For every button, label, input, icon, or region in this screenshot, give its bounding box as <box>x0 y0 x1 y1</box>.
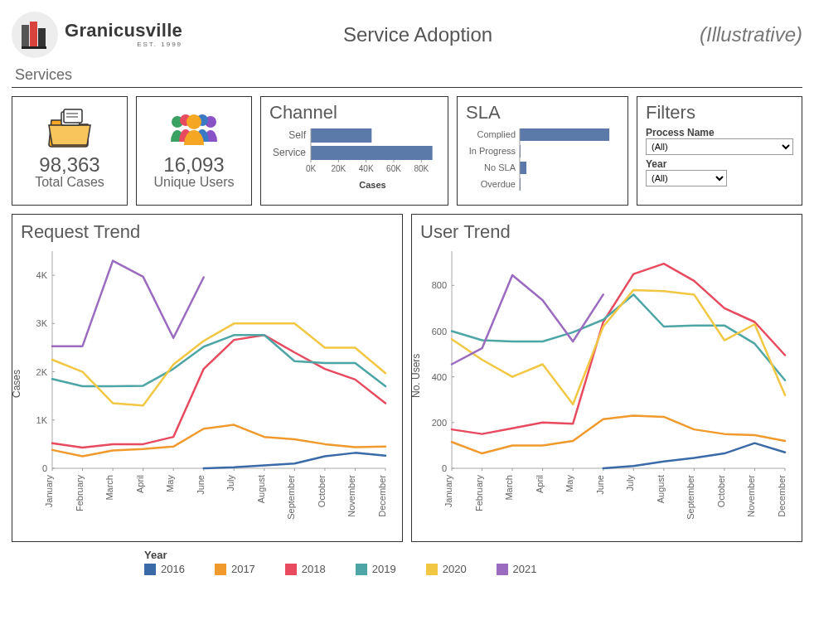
kpi-unique-users-value: 16,093 <box>145 153 243 177</box>
svg-text:November: November <box>746 475 756 517</box>
svg-rect-0 <box>22 25 29 48</box>
svg-text:July: July <box>225 475 235 491</box>
svg-text:April: April <box>535 475 545 493</box>
legend: Year 201620172018201920202021 <box>12 549 802 575</box>
svg-text:1K: 1K <box>36 415 48 425</box>
filter-year-label: Year <box>646 158 793 170</box>
legend-item-2019[interactable]: 2019 <box>356 563 396 575</box>
legend-label: 2021 <box>513 563 537 575</box>
svg-text:December: December <box>377 475 387 517</box>
illustrative-label: (Illustrative) <box>653 23 802 46</box>
legend-label: 2018 <box>302 563 326 575</box>
svg-rect-33 <box>520 162 526 174</box>
svg-rect-14 <box>311 128 371 143</box>
svg-text:December: December <box>777 475 787 517</box>
user-trend-chart[interactable]: 0200400600800JanuaryFebruaryMarchAprilMa… <box>420 243 793 533</box>
svg-text:February: February <box>474 475 484 512</box>
kpi-unique-users: 16,093 Unique Users <box>136 96 252 206</box>
svg-rect-16 <box>311 146 433 160</box>
svg-text:March: March <box>504 475 514 501</box>
svg-rect-5 <box>64 109 82 123</box>
svg-text:40K: 40K <box>359 164 374 173</box>
svg-text:200: 200 <box>432 418 447 428</box>
svg-text:June: June <box>196 475 206 495</box>
filter-year-select[interactable]: (All) <box>646 170 727 186</box>
kpi-total-cases-label: Total Cases <box>21 175 119 190</box>
svg-text:0: 0 <box>42 463 47 473</box>
user-trend-title: User Trend <box>420 221 793 243</box>
legend-swatch <box>426 564 438 575</box>
request-trend-panel: Request Trend Cases 01K2K3K4KJanuaryFebr… <box>12 214 403 542</box>
legend-swatch <box>497 564 508 575</box>
svg-text:800: 800 <box>432 280 447 290</box>
svg-text:Self: Self <box>288 129 306 141</box>
svg-rect-3 <box>22 46 46 49</box>
svg-text:Service: Service <box>273 147 306 158</box>
svg-text:Overdue: Overdue <box>481 179 516 189</box>
user-trend-ylabel: No. Users <box>410 353 422 397</box>
folder-icon <box>21 104 119 153</box>
svg-text:March: March <box>104 475 114 501</box>
svg-text:January: January <box>44 475 54 508</box>
legend-swatch <box>356 564 367 575</box>
legend-label: 2017 <box>231 563 255 575</box>
svg-text:4K: 4K <box>36 270 48 280</box>
legend-label: 2016 <box>161 563 185 575</box>
brand-name: Granicusville <box>65 22 182 40</box>
user-trend-panel: User Trend No. Users 0200400600800Januar… <box>411 214 802 542</box>
request-trend-ylabel: Cases <box>11 370 22 398</box>
filter-process-select[interactable]: (All) <box>646 138 793 155</box>
svg-text:0: 0 <box>442 463 447 473</box>
svg-text:October: October <box>317 475 327 507</box>
filter-process-label: Process Name <box>646 127 793 138</box>
svg-rect-1 <box>30 22 37 48</box>
svg-text:January: January <box>443 475 453 508</box>
page-title: Service Adoption <box>182 23 653 46</box>
sla-panel: SLA CompliedIn ProgressNo SLAOverdue <box>457 96 628 206</box>
svg-text:0K: 0K <box>306 164 317 173</box>
brand-logo <box>12 12 58 58</box>
legend-item-2018[interactable]: 2018 <box>285 563 326 575</box>
legend-item-2021[interactable]: 2021 <box>497 563 537 575</box>
svg-text:80K: 80K <box>414 164 429 173</box>
legend-item-2017[interactable]: 2017 <box>215 563 255 575</box>
svg-text:November: November <box>346 475 356 517</box>
svg-text:February: February <box>75 475 85 512</box>
legend-swatch <box>215 564 226 575</box>
svg-text:60K: 60K <box>386 164 401 173</box>
svg-text:September: September <box>686 475 695 520</box>
sla-title: SLA <box>466 102 619 123</box>
channel-axis-title: Cases <box>306 180 439 190</box>
sla-chart[interactable]: CompliedIn ProgressNo SLAOverdue <box>466 125 619 198</box>
svg-rect-2 <box>38 28 46 48</box>
request-trend-chart[interactable]: 01K2K3K4KJanuaryFebruaryMarchAprilMayJun… <box>21 243 394 533</box>
svg-rect-29 <box>520 128 609 141</box>
svg-text:June: June <box>595 475 605 495</box>
svg-point-12 <box>187 114 201 129</box>
channel-panel: Channel SelfService0K20K40K60K80K Cases <box>260 96 448 206</box>
legend-item-2016[interactable]: 2016 <box>144 563 185 575</box>
legend-label: 2019 <box>372 563 396 575</box>
svg-text:600: 600 <box>432 327 447 337</box>
svg-text:October: October <box>716 475 726 507</box>
legend-swatch <box>144 564 156 575</box>
legend-swatch <box>285 564 297 575</box>
svg-text:May: May <box>564 475 574 492</box>
svg-text:No SLA: No SLA <box>484 162 516 172</box>
kpi-unique-users-label: Unique Users <box>145 175 243 190</box>
legend-item-2020[interactable]: 2020 <box>426 563 467 575</box>
svg-text:In Progress: In Progress <box>469 146 516 156</box>
svg-text:2K: 2K <box>36 367 48 377</box>
svg-text:3K: 3K <box>36 318 48 328</box>
channel-chart[interactable]: SelfService0K20K40K60K80K <box>269 125 439 180</box>
legend-title: Year <box>144 549 802 561</box>
divider <box>12 87 802 88</box>
svg-text:August: August <box>256 475 266 503</box>
svg-text:Complied: Complied <box>477 129 516 139</box>
channel-title: Channel <box>269 102 439 123</box>
kpi-total-cases-value: 98,363 <box>21 153 119 177</box>
kpi-total-cases: 98,363 Total Cases <box>12 96 128 206</box>
svg-text:April: April <box>135 475 145 493</box>
svg-text:August: August <box>656 475 666 503</box>
filters-title: Filters <box>646 102 793 123</box>
